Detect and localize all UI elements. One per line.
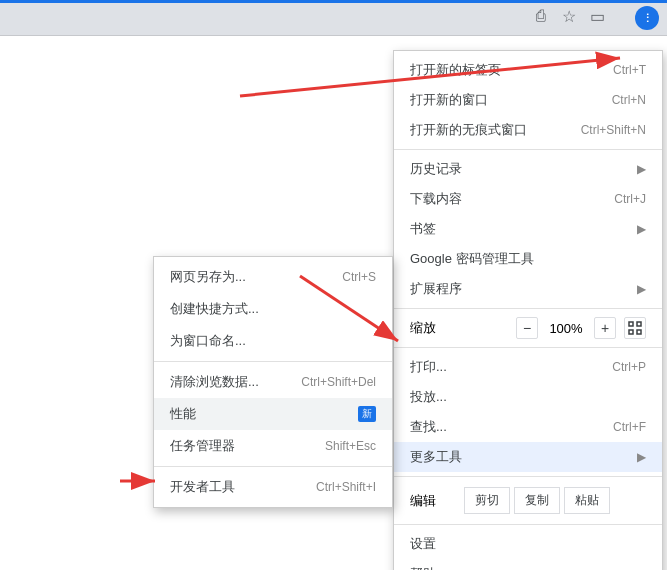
edit-row: 编辑 剪切 复制 粘贴 [394, 481, 662, 520]
sub-divider-1 [154, 361, 392, 362]
menu-item-new-window[interactable]: 打开新的窗口 Ctrl+N [394, 85, 662, 115]
address-bar-area: ⎙ ☆ ▭ [531, 6, 607, 26]
paste-button[interactable]: 粘贴 [564, 487, 610, 514]
divider-4 [394, 476, 662, 477]
svg-rect-1 [637, 322, 641, 326]
menu-item-extensions[interactable]: 扩展程序 ▶ [394, 274, 662, 304]
browser-chrome: ⎙ ☆ ▭ ⋮ [0, 0, 667, 36]
divider-2 [394, 308, 662, 309]
menu-item-more-tools[interactable]: 更多工具 ▶ [394, 442, 662, 472]
sub-menu-item-devtools[interactable]: 开发者工具 Ctrl+Shift+I [154, 471, 392, 503]
zoom-in-button[interactable]: + [594, 317, 616, 339]
content-area: 打开新的标签页 Ctrl+T 打开新的窗口 Ctrl+N 打开新的无痕式窗口 C… [0, 36, 667, 570]
new-badge: 新 [358, 406, 376, 422]
menu-item-settings[interactable]: 设置 [394, 529, 662, 559]
menu-item-bookmarks[interactable]: 书签 ▶ [394, 214, 662, 244]
divider-3 [394, 347, 662, 348]
cut-button[interactable]: 剪切 [464, 487, 510, 514]
sub-menu-item-clear[interactable]: 清除浏览数据... Ctrl+Shift+Del [154, 366, 392, 398]
share-icon[interactable]: ⎙ [531, 6, 551, 26]
submenu-arrow: ▶ [637, 282, 646, 296]
sub-menu-item-performance[interactable]: 性能 新 [154, 398, 392, 430]
more-tools-submenu: 网页另存为... Ctrl+S 创建快捷方式... 为窗口命名... 清除浏览数… [153, 256, 393, 508]
divider-5 [394, 524, 662, 525]
zoom-out-button[interactable]: − [516, 317, 538, 339]
menu-item-print[interactable]: 打印... Ctrl+P [394, 352, 662, 382]
zoom-row: 缩放 − 100% + [394, 313, 662, 343]
fullscreen-button[interactable] [624, 317, 646, 339]
zoom-value: 100% [546, 321, 586, 336]
submenu-arrow: ▶ [637, 222, 646, 236]
divider-1 [394, 149, 662, 150]
sub-divider-2 [154, 466, 392, 467]
sub-menu-item-shortcut[interactable]: 创建快捷方式... [154, 293, 392, 325]
submenu-arrow: ▶ [637, 450, 646, 464]
sub-menu-item-save[interactable]: 网页另存为... Ctrl+S [154, 261, 392, 293]
menu-item-history[interactable]: 历史记录 ▶ [394, 154, 662, 184]
bookmark-icon[interactable]: ☆ [559, 6, 579, 26]
sub-menu-item-rename[interactable]: 为窗口命名... [154, 325, 392, 357]
menu-item-find[interactable]: 查找... Ctrl+F [394, 412, 662, 442]
svg-rect-0 [629, 322, 633, 326]
more-button[interactable]: ⋮ [635, 6, 659, 30]
main-context-menu: 打开新的标签页 Ctrl+T 打开新的窗口 Ctrl+N 打开新的无痕式窗口 C… [393, 50, 663, 570]
cast-icon[interactable]: ▭ [587, 6, 607, 26]
top-border [0, 0, 667, 3]
submenu-arrow: ▶ [637, 162, 646, 176]
copy-button[interactable]: 复制 [514, 487, 560, 514]
menu-item-help[interactable]: 帮助 ▶ [394, 559, 662, 570]
menu-item-cast[interactable]: 投放... [394, 382, 662, 412]
menu-item-incognito[interactable]: 打开新的无痕式窗口 Ctrl+Shift+N [394, 115, 662, 145]
menu-item-passwords[interactable]: Google 密码管理工具 [394, 244, 662, 274]
zoom-controls: − 100% + [516, 317, 646, 339]
menu-item-new-tab[interactable]: 打开新的标签页 Ctrl+T [394, 55, 662, 85]
sub-menu-item-task-manager[interactable]: 任务管理器 Shift+Esc [154, 430, 392, 462]
menu-item-downloads[interactable]: 下载内容 Ctrl+J [394, 184, 662, 214]
svg-rect-3 [637, 330, 641, 334]
svg-rect-2 [629, 330, 633, 334]
